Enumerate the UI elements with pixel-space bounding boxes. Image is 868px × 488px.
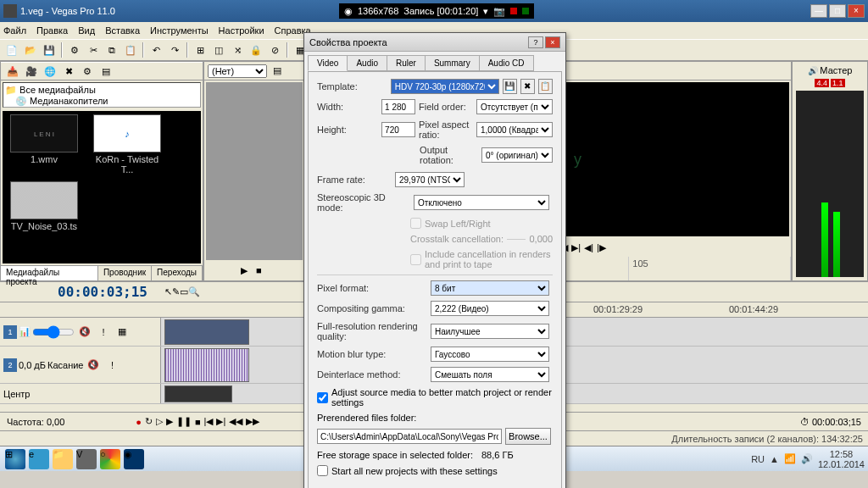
trim-stop-icon[interactable]: ■: [256, 265, 268, 277]
prev-frame-icon[interactable]: ◀|: [584, 242, 593, 253]
rotation-select[interactable]: 0° (оригинал): [481, 147, 553, 163]
gamma-select[interactable]: 2,222 (Видео): [431, 301, 549, 316]
trimmer-select[interactable]: (Нет): [208, 64, 267, 78]
stop-icon[interactable]: ■: [195, 417, 201, 427]
goto-end-icon[interactable]: ▶|: [216, 416, 225, 427]
tool-env-icon[interactable]: ✎: [172, 286, 180, 297]
media-view-icon[interactable]: ▤: [97, 63, 114, 80]
height-input[interactable]: [381, 122, 415, 137]
copy-icon[interactable]: ⧉: [103, 42, 120, 58]
autocross-icon[interactable]: ⤨: [229, 42, 246, 58]
new-icon[interactable]: 📄: [3, 42, 20, 58]
motionblur-select[interactable]: Гауссово: [431, 347, 549, 362]
chrome-icon[interactable]: ○: [100, 449, 120, 469]
pixelformat-select[interactable]: 8 бит: [431, 280, 549, 296]
goto-end-icon[interactable]: ▶|: [571, 242, 581, 253]
maximize-button[interactable]: □: [829, 4, 846, 18]
play-start-icon[interactable]: ▷: [156, 416, 163, 427]
renderquality-select[interactable]: Наилучшее: [431, 324, 549, 339]
trim-play-icon[interactable]: ▶: [241, 265, 253, 277]
menu-file[interactable]: Файл: [3, 25, 26, 36]
tool-normal-icon[interactable]: ↖: [164, 286, 172, 297]
prev-frame-icon[interactable]: ◀◀: [229, 416, 242, 427]
goto-start-icon[interactable]: |◀: [204, 416, 214, 427]
rec-icon[interactable]: ●: [136, 417, 142, 427]
start-all-checkbox[interactable]: [317, 465, 328, 476]
ignore-icon[interactable]: ⊘: [266, 42, 283, 58]
thumb-item[interactable]: L E N I1.wmv: [6, 114, 82, 175]
next-frame-icon[interactable]: ▶▶: [246, 416, 259, 427]
deinterlace-select[interactable]: Смешать поля: [431, 367, 549, 382]
vegas-icon[interactable]: V: [76, 449, 97, 469]
track-header[interactable]: 2 0,0 дБ Касание 🔇 !: [0, 347, 161, 383]
stereo3d-select[interactable]: Отключено: [414, 195, 549, 210]
menu-tools[interactable]: Инструменты: [150, 25, 209, 36]
track-slider[interactable]: [32, 325, 75, 339]
next-frame-icon[interactable]: |▶: [597, 242, 606, 253]
media-get-icon[interactable]: 🌐: [42, 63, 58, 80]
width-input[interactable]: [381, 99, 415, 114]
tab-audiocd[interactable]: Audio CD: [479, 55, 534, 71]
thumb-item[interactable]: ♪KoRn - Twisted T...: [89, 114, 165, 175]
close-button[interactable]: ×: [848, 4, 865, 18]
tray-flag-icon[interactable]: ▲: [770, 454, 779, 464]
snap-icon[interactable]: ⊞: [192, 42, 209, 58]
lang-indicator[interactable]: RU: [751, 454, 765, 464]
template-match-icon[interactable]: 📋: [538, 79, 553, 94]
clip[interactable]: [164, 385, 232, 402]
minimize-button[interactable]: —: [810, 4, 827, 18]
track-header[interactable]: 1 📊 🔇 ! ▦: [0, 318, 161, 346]
tab-transitions[interactable]: Переходы: [152, 266, 203, 280]
media-import-icon[interactable]: 📥: [4, 63, 21, 80]
dialog-help-icon[interactable]: ?: [528, 36, 543, 48]
audio-clip[interactable]: [164, 348, 249, 382]
tray-net-icon[interactable]: 📶: [784, 453, 796, 464]
start-button[interactable]: ⊞: [5, 449, 25, 469]
template-delete-icon[interactable]: ✖: [520, 79, 535, 94]
template-select[interactable]: HDV 720-30p (1280x720, 29,970 кадр/с): [391, 79, 499, 94]
lock-icon[interactable]: 🔒: [248, 42, 264, 58]
menu-view[interactable]: Вид: [78, 25, 95, 36]
tool-select-icon[interactable]: ▭: [180, 286, 188, 297]
loop-icon[interactable]: ↻: [145, 416, 153, 427]
tool-zoom-icon[interactable]: 🔍: [188, 286, 200, 297]
browse-button[interactable]: Browse...: [505, 428, 551, 445]
tab-audio[interactable]: Audio: [347, 55, 387, 71]
media-tree[interactable]: 📁 Все медиафайлы 💿 Медианакопители: [3, 82, 201, 108]
track-solo-icon[interactable]: !: [103, 357, 120, 374]
trimmer-icon[interactable]: ▤: [269, 63, 286, 80]
video-clip[interactable]: [164, 319, 249, 345]
fieldorder-select[interactable]: Отсутствует (прогрессивная): [476, 99, 553, 114]
track-mute-icon[interactable]: 🔇: [76, 324, 93, 341]
ie-icon[interactable]: e: [29, 449, 49, 469]
par-select[interactable]: 1,0000 (Квадрат): [476, 122, 553, 137]
track-fx-icon[interactable]: ▦: [114, 324, 131, 341]
tray-vol-icon[interactable]: 🔊: [801, 453, 813, 464]
media-remove-icon[interactable]: ✖: [60, 63, 77, 80]
menu-options[interactable]: Настройки: [219, 25, 264, 36]
tab-ruler[interactable]: Ruler: [387, 55, 426, 71]
menu-edit[interactable]: Правка: [36, 25, 68, 36]
prerender-path-input[interactable]: [317, 429, 502, 444]
media-props-icon[interactable]: ⚙: [79, 63, 96, 80]
adjust-media-checkbox[interactable]: [317, 392, 328, 403]
explorer-icon[interactable]: 📁: [53, 449, 73, 469]
pause-icon[interactable]: ❚❚: [176, 416, 192, 427]
timecode-display[interactable]: 00:00:03;15: [58, 284, 147, 300]
template-save-icon[interactable]: 💾: [503, 79, 517, 94]
undo-icon[interactable]: ↶: [147, 42, 164, 58]
save-icon[interactable]: 💾: [41, 42, 58, 58]
thumb-item[interactable]: TV_Noise_03.ts: [6, 181, 82, 231]
track-level-icon[interactable]: 📊: [19, 326, 31, 337]
paste-icon[interactable]: 📋: [122, 42, 139, 58]
track-header[interactable]: Центр: [0, 384, 161, 403]
dialog-titlebar[interactable]: Свойства проекта ? ×: [304, 33, 565, 52]
cut-icon[interactable]: ✂: [85, 42, 102, 58]
play-icon[interactable]: ▶: [166, 416, 173, 427]
tab-video[interactable]: Video: [308, 55, 348, 71]
framerate-select[interactable]: 29,970 (NTSC): [395, 172, 465, 187]
ripple-icon[interactable]: ◫: [210, 42, 227, 58]
tab-summary[interactable]: Summary: [425, 55, 480, 71]
tab-media[interactable]: Медиафайлы проекта: [1, 266, 98, 280]
redo-icon[interactable]: ↷: [166, 42, 183, 58]
